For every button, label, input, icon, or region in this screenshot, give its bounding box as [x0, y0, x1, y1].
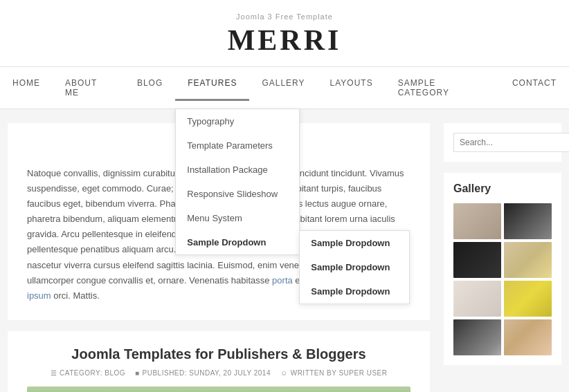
search-widget: SEARCH — [444, 123, 561, 162]
article-image — [27, 386, 410, 392]
sidebar: SEARCH Gallery — [444, 123, 561, 392]
site-subtitle: Joomla 3 Free Template — [0, 12, 569, 21]
nav-link-gallery[interactable]: GALLERY — [249, 67, 317, 99]
article-image-inner — [27, 386, 410, 392]
nav-item-contact[interactable]: CONTACT — [500, 67, 569, 109]
gallery-widget-title: Gallery — [453, 183, 552, 195]
dropdown-link-typography[interactable]: Typography — [176, 109, 299, 133]
dropdown-item-sample[interactable]: Sample Dropdown Sample Dropdown Sample D… — [176, 230, 299, 254]
sub-item-3[interactable]: Sample Dropdown — [300, 279, 409, 304]
site-title: MERRI — [0, 24, 569, 57]
gallery-thumb-4[interactable] — [504, 242, 552, 278]
nav-item-gallery[interactable]: GALLERY — [249, 67, 317, 109]
sub-dropdown: Sample Dropdown Sample Dropdown Sample D… — [299, 230, 410, 304]
gallery-thumb-8[interactable] — [504, 319, 552, 355]
gallery-thumb-6[interactable] — [504, 281, 552, 317]
sub-link-1[interactable]: Sample Dropdown — [300, 231, 409, 255]
nav-item-features[interactable]: FEATURES Typography Template Parameters … — [175, 67, 249, 109]
dropdown-link-responsive[interactable]: Responsive Slideshow — [176, 182, 299, 206]
nav-item-blog[interactable]: BLOG — [125, 67, 175, 109]
nav-item-home[interactable]: HOME — [0, 67, 53, 109]
dropdown-item-typography[interactable]: Typography — [176, 109, 299, 133]
dropdown-link-sample[interactable]: Sample Dropdown — [176, 230, 299, 254]
article-title: Joomla Templates for Publishers & Blogge… — [27, 346, 410, 362]
nav-link-sample-category[interactable]: SAMPLE CATEGORY — [386, 67, 500, 109]
gallery-thumb-2[interactable] — [504, 203, 552, 239]
nav-item-about[interactable]: ABOUT ME — [53, 67, 125, 109]
search-input[interactable] — [453, 133, 569, 152]
nav-link-features[interactable]: FEATURES — [175, 67, 249, 101]
nav-item-sample-category[interactable]: SAMPLE CATEGORY — [386, 67, 500, 109]
gallery-thumb-1[interactable] — [453, 203, 501, 239]
gallery-widget: Gallery — [444, 173, 561, 365]
article-category: CATEGORY: BLOG — [60, 369, 125, 377]
gallery-grid — [453, 203, 552, 355]
porta-link2[interactable]: porta — [272, 275, 293, 286]
gallery-thumb-3[interactable] — [453, 242, 501, 278]
ipsum-link[interactable]: ipsum — [27, 290, 51, 301]
nav-link-blog[interactable]: BLOG — [125, 67, 175, 99]
dropdown-item-responsive[interactable]: Responsive Slideshow — [176, 182, 299, 206]
nav-link-about[interactable]: ABOUT ME — [53, 67, 125, 109]
article-category-icon: ☰ CATEGORY: BLOG — [51, 369, 126, 377]
sub-item-2[interactable]: Sample Dropdown — [300, 255, 409, 279]
dropdown-item-template-params[interactable]: Template Parameters — [176, 133, 299, 158]
dropdown-item-menu-system[interactable]: Menu System — [176, 206, 299, 230]
article-card: Joomla Templates for Publishers & Blogge… — [8, 331, 430, 392]
sub-link-2[interactable]: Sample Dropdown — [300, 255, 409, 279]
gallery-thumb-5[interactable] — [453, 281, 501, 317]
sub-item-1[interactable]: Sample Dropdown — [300, 231, 409, 255]
article-author: WRITTEN BY SUPER USER — [291, 369, 388, 377]
dropdown-link-menu-system[interactable]: Menu System — [176, 206, 299, 230]
main-nav: HOME ABOUT ME BLOG FEATURES Typography T… — [0, 67, 569, 109]
article-meta: ☰ CATEGORY: BLOG ■ PUBLISHED: SUNDAY, 20… — [27, 369, 410, 377]
nav-item-layouts[interactable]: LAYOUTS — [318, 67, 386, 109]
dropdown-item-installation[interactable]: Installation Package — [176, 158, 299, 182]
sub-link-3[interactable]: Sample Dropdown — [300, 279, 409, 304]
site-header: Joomla 3 Free Template MERRI — [0, 0, 569, 67]
nav-link-home[interactable]: HOME — [0, 67, 53, 99]
dropdown-link-template-params[interactable]: Template Parameters — [176, 133, 299, 158]
article-calendar-icon: ■ PUBLISHED: SUNDAY, 20 JULY 2014 — [135, 369, 271, 377]
nav-list: HOME ABOUT ME BLOG FEATURES Typography T… — [0, 67, 569, 109]
nav-link-layouts[interactable]: LAYOUTS — [318, 67, 386, 99]
gallery-thumb-7[interactable] — [453, 319, 501, 355]
dropdown-link-installation[interactable]: Installation Package — [176, 158, 299, 182]
article-author-icon: ☺ WRITTEN BY SUPER USER — [280, 369, 388, 377]
nav-link-contact[interactable]: CONTACT — [500, 67, 569, 99]
article-published: PUBLISHED: SUNDAY, 20 JULY 2014 — [143, 369, 271, 377]
features-dropdown: Typography Template Parameters Installat… — [175, 109, 300, 255]
